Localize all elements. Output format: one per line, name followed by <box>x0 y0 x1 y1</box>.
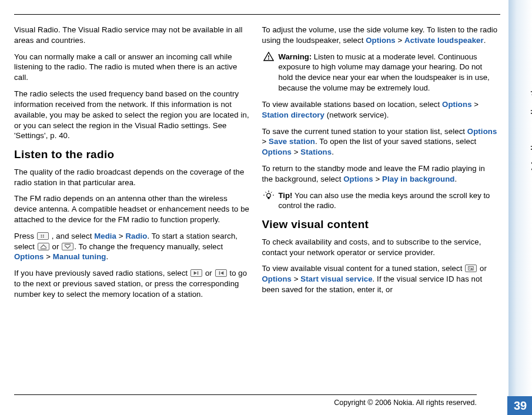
paragraph: You can normally make a call or answer a… <box>14 52 250 83</box>
text: or <box>203 269 214 277</box>
text: . <box>454 175 457 183</box>
text: > <box>396 36 404 45</box>
svg-point-0 <box>41 235 42 236</box>
text: > <box>292 275 300 283</box>
paragraph: To view available stations based on loca… <box>262 99 498 121</box>
link-options: Options <box>366 36 396 45</box>
link-manual-tuning: Manual tuning <box>53 252 106 261</box>
paragraph: The radio selects the used frequency ban… <box>14 89 250 141</box>
link-options: Options <box>442 100 472 109</box>
svg-point-3 <box>43 236 44 237</box>
paragraph: To save the current tuned station to you… <box>262 126 498 158</box>
paragraph: The FM radio depends on an antenna other… <box>14 193 250 225</box>
right-column: To adjust the volume, use the side volum… <box>262 25 498 377</box>
text: > <box>44 252 53 261</box>
prev-station-icon <box>215 269 227 277</box>
text: To save the current tuned station to you… <box>262 127 467 136</box>
tip-block: Tip! You can also use the media keys aro… <box>262 190 498 212</box>
page-content: Visual Radio. The Visual Radio service m… <box>0 0 508 415</box>
link-station-directory: Station directory <box>262 111 325 119</box>
text: . <box>106 252 109 261</box>
link-play-in-background: Play in background <box>382 175 454 183</box>
text: > <box>292 148 300 156</box>
text: or <box>50 242 61 251</box>
page-number: 39 <box>507 396 532 415</box>
text: . To change the frequency manually, sele… <box>74 242 223 251</box>
text: . <box>332 148 334 156</box>
link-save-station: Save station <box>269 137 315 146</box>
side-section-label: Media applications <box>529 71 532 171</box>
next-station-icon <box>190 269 202 277</box>
svg-point-9 <box>268 58 269 59</box>
link-media: Media <box>94 232 116 240</box>
warning-label: Warning: <box>279 52 314 61</box>
side-tab: Media applications 39 <box>508 0 532 415</box>
seek-down-icon <box>62 243 73 250</box>
paragraph: To view available visual content for a t… <box>262 263 498 294</box>
paragraph: To adjust the volume, use the side volum… <box>262 25 498 46</box>
paragraph: Visual Radio. The Visual Radio service m… <box>14 25 250 46</box>
text: . <box>484 36 486 45</box>
paragraph: To return to the standby mode and leave … <box>262 163 498 185</box>
paragraph: The quality of the radio broadcast depen… <box>14 167 250 188</box>
svg-line-13 <box>265 192 266 193</box>
text: If you have previously saved radio stati… <box>14 269 190 277</box>
menu-key-icon <box>37 232 49 240</box>
link-options: Options <box>262 275 292 283</box>
text: , and select <box>49 232 94 240</box>
visual-service-key-icon <box>465 265 477 272</box>
link-radio: Radio <box>125 232 147 240</box>
tip-icon <box>263 190 274 200</box>
text: > <box>373 175 382 183</box>
warning-icon <box>263 52 274 61</box>
link-start-visual-service: Start visual service <box>300 275 372 283</box>
paragraph: Press , and select Media > Radio. To sta… <box>14 231 250 262</box>
seek-up-icon <box>38 243 49 250</box>
heading-visual-content: View visual content <box>262 217 498 232</box>
svg-point-1 <box>43 235 44 236</box>
link-options: Options <box>14 252 44 261</box>
link-options: Options <box>467 127 497 136</box>
tip-label: Tip! <box>279 191 295 200</box>
two-column-layout: Visual Radio. The Visual Radio service m… <box>14 25 498 377</box>
heading-listen: Listen to the radio <box>14 147 250 162</box>
left-column: Visual Radio. The Visual Radio service m… <box>14 25 250 377</box>
svg-line-14 <box>271 192 272 193</box>
text: To view available visual content for a t… <box>262 264 465 273</box>
text: Press <box>14 232 36 240</box>
text: . To open the list of your saved station… <box>315 137 476 146</box>
text: (network service). <box>324 111 389 119</box>
link-options: Options <box>343 175 373 183</box>
footer-copyright: Copyright © 2006 Nokia. All rights reser… <box>14 394 477 407</box>
warning-body: Warning: Listen to music at a moderate l… <box>279 52 498 93</box>
svg-point-18 <box>470 268 471 269</box>
paragraph: If you have previously saved radio stati… <box>14 268 250 299</box>
tip-text: You can also use the media keys around t… <box>279 191 490 210</box>
text: To view available stations based on loca… <box>262 100 443 109</box>
link-stations: Stations <box>300 148 332 156</box>
text: or <box>477 264 487 273</box>
svg-point-2 <box>41 236 42 237</box>
link-options: Options <box>262 148 292 156</box>
link-activate-loudspeaker: Activate loudspeaker <box>404 36 484 45</box>
text: > <box>472 100 479 109</box>
tip-body: Tip! You can also use the media keys aro… <box>279 190 498 212</box>
text: > <box>116 232 125 240</box>
warning-block: Warning: Listen to music at a moderate l… <box>262 52 498 93</box>
paragraph: To check availability and costs, and to … <box>262 237 498 258</box>
svg-point-15 <box>266 193 270 198</box>
text: > <box>262 137 269 146</box>
svg-rect-16 <box>267 198 269 199</box>
